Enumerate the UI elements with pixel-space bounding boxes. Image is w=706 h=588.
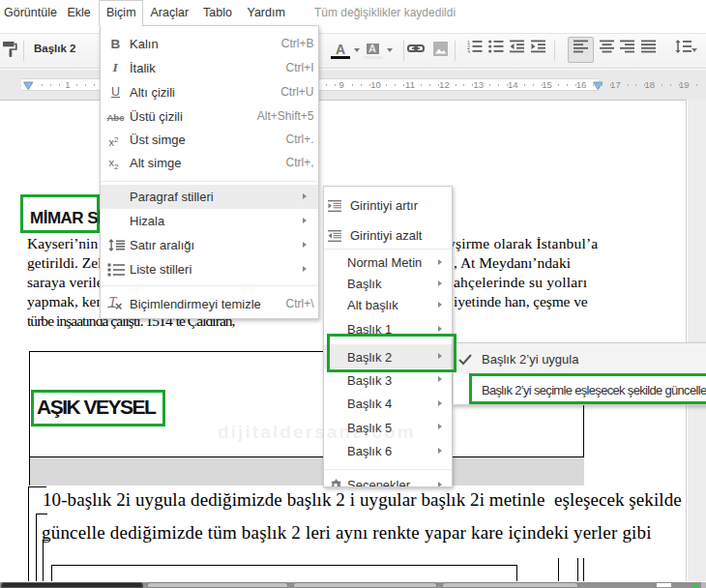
svg-text:3: 3 bbox=[467, 49, 470, 53]
